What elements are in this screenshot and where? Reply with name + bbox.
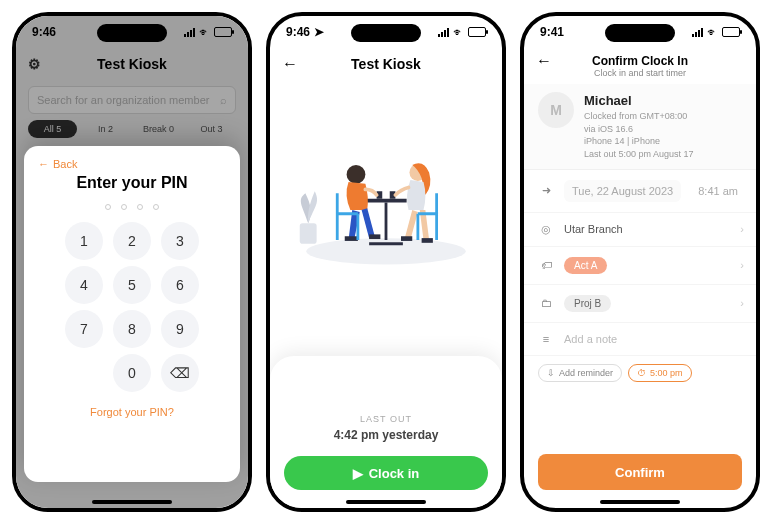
folder-icon: 🗀 xyxy=(538,297,554,309)
note-row[interactable]: ≡ Add a note xyxy=(524,323,756,356)
battery-icon xyxy=(722,27,740,37)
svg-rect-9 xyxy=(369,234,380,239)
key-3[interactable]: 3 xyxy=(161,222,199,260)
download-icon: ⇩ xyxy=(547,368,555,378)
key-7[interactable]: 7 xyxy=(65,310,103,348)
clockin-date: Tue, 22 August 2023 xyxy=(564,180,681,202)
chevron-right-icon: › xyxy=(740,297,744,309)
confirm-label: Confirm xyxy=(615,465,665,480)
notch xyxy=(351,24,421,42)
play-icon: ▶ xyxy=(353,466,363,481)
activity-pill: Act A xyxy=(564,257,607,274)
svg-point-0 xyxy=(306,238,465,264)
svg-rect-12 xyxy=(422,238,433,243)
notch xyxy=(605,24,675,42)
key-6[interactable]: 6 xyxy=(161,266,199,304)
note-placeholder: Add a note xyxy=(564,333,617,345)
svg-point-7 xyxy=(347,165,366,184)
user-timezone: Clocked from GMT+08:00 xyxy=(584,110,694,123)
phone-clock-in: 9:46 ➤ ᯤ ← Test Kiosk xyxy=(266,12,506,512)
alarm-chip[interactable]: ⏱ 5:00 pm xyxy=(628,364,692,382)
location-arrow-icon: ➤ xyxy=(314,25,324,39)
navbar: ← Confirm Clock In Clock in and start ti… xyxy=(524,48,756,84)
home-indicator xyxy=(92,500,172,504)
home-indicator xyxy=(600,500,680,504)
clock-in-arrow-icon: ➜ xyxy=(538,184,554,197)
confirm-button[interactable]: Confirm xyxy=(538,454,742,490)
avatar: M xyxy=(538,92,574,128)
home-indicator xyxy=(346,500,426,504)
key-8[interactable]: 8 xyxy=(113,310,151,348)
reminder-chips: ⇩ Add reminder ⏱ 5:00 pm xyxy=(524,356,756,390)
cellular-icon xyxy=(184,28,195,37)
last-out-label: LAST OUT xyxy=(360,414,412,424)
chevron-right-icon: › xyxy=(740,259,744,271)
cellular-icon xyxy=(438,28,449,37)
last-out-value: 4:42 pm yesterday xyxy=(334,428,439,442)
user-device: iPhone 14 | iPhone xyxy=(584,135,694,148)
clock-icon: ⏱ xyxy=(637,368,646,378)
navbar: ← Test Kiosk xyxy=(270,48,502,80)
pin-modal: ← Back Enter your PIN 1 2 3 4 5 6 7 8 9 … xyxy=(24,146,240,482)
datetime-row[interactable]: ➜ Tue, 22 August 2023 8:41 am xyxy=(524,170,756,213)
clock-in-button[interactable]: ▶ Clock in xyxy=(284,456,488,490)
pin-title: Enter your PIN xyxy=(76,174,187,192)
add-reminder-chip[interactable]: ⇩ Add reminder xyxy=(538,364,622,382)
forgot-pin-link[interactable]: Forgot your PIN? xyxy=(90,406,174,418)
branch-row[interactable]: ◎ Utar Branch › xyxy=(524,213,756,247)
page-title: Confirm Clock In xyxy=(592,54,688,68)
key-0[interactable]: 0 xyxy=(113,354,151,392)
status-time: 9:46 xyxy=(286,25,310,39)
notch xyxy=(97,24,167,42)
user-name: Michael xyxy=(584,92,694,110)
cellular-icon xyxy=(692,28,703,37)
keypad: 1 2 3 4 5 6 7 8 9 0 ⌫ xyxy=(65,222,199,392)
project-row[interactable]: 🗀 Proj B › xyxy=(524,285,756,323)
key-4[interactable]: 4 xyxy=(65,266,103,304)
clock-in-label: Clock in xyxy=(369,466,420,481)
people-at-table-icon xyxy=(291,120,481,270)
key-1[interactable]: 1 xyxy=(65,222,103,260)
back-button[interactable]: ← xyxy=(282,55,298,73)
svg-rect-11 xyxy=(401,236,412,241)
battery-icon xyxy=(214,27,232,37)
back-button[interactable]: ← xyxy=(536,52,552,70)
break-illustration xyxy=(270,100,502,290)
wifi-icon: ᯤ xyxy=(707,26,718,38)
activity-row[interactable]: 🏷 Act A › xyxy=(524,247,756,285)
svg-rect-1 xyxy=(300,223,317,244)
phone-confirm-clockin: 9:41 ᯤ ← Confirm Clock In Clock in and s… xyxy=(520,12,760,512)
clock-in-sheet: LAST OUT 4:42 pm yesterday ▶ Clock in xyxy=(270,356,502,508)
key-9[interactable]: 9 xyxy=(161,310,199,348)
page-title: Test Kiosk xyxy=(351,56,421,72)
chevron-right-icon: › xyxy=(740,223,744,235)
page-subtitle: Clock in and start timer xyxy=(594,68,686,78)
user-os: via iOS 16.6 xyxy=(584,123,694,136)
wifi-icon: ᯤ xyxy=(453,26,464,38)
location-pin-icon: ◎ xyxy=(538,223,554,236)
key-blank xyxy=(65,354,103,392)
note-icon: ≡ xyxy=(538,333,554,345)
alarm-label: 5:00 pm xyxy=(650,368,683,378)
branch-value: Utar Branch xyxy=(564,223,623,235)
wifi-icon: ᯤ xyxy=(199,26,210,38)
add-reminder-label: Add reminder xyxy=(559,368,613,378)
svg-rect-2 xyxy=(365,199,406,203)
key-2[interactable]: 2 xyxy=(113,222,151,260)
key-delete[interactable]: ⌫ xyxy=(161,354,199,392)
pin-dots xyxy=(105,204,159,210)
key-5[interactable]: 5 xyxy=(113,266,151,304)
user-card: M Michael Clocked from GMT+08:00 via iOS… xyxy=(524,84,756,170)
back-label: Back xyxy=(53,158,77,170)
status-time: 9:46 xyxy=(32,25,56,39)
project-pill: Proj B xyxy=(564,295,611,312)
status-time: 9:41 xyxy=(540,25,564,39)
battery-icon xyxy=(468,27,486,37)
arrow-left-icon: ← xyxy=(38,158,49,170)
back-button[interactable]: ← Back xyxy=(38,158,77,170)
user-last-out: Last out 5:00 pm August 17 xyxy=(584,148,694,161)
clockin-time: 8:41 am xyxy=(698,185,742,197)
tag-icon: 🏷 xyxy=(538,259,554,271)
svg-rect-8 xyxy=(345,236,358,241)
phone-pin-entry: 9:46 ᯤ ⚙ Test Kiosk Search for an organi… xyxy=(12,12,252,512)
